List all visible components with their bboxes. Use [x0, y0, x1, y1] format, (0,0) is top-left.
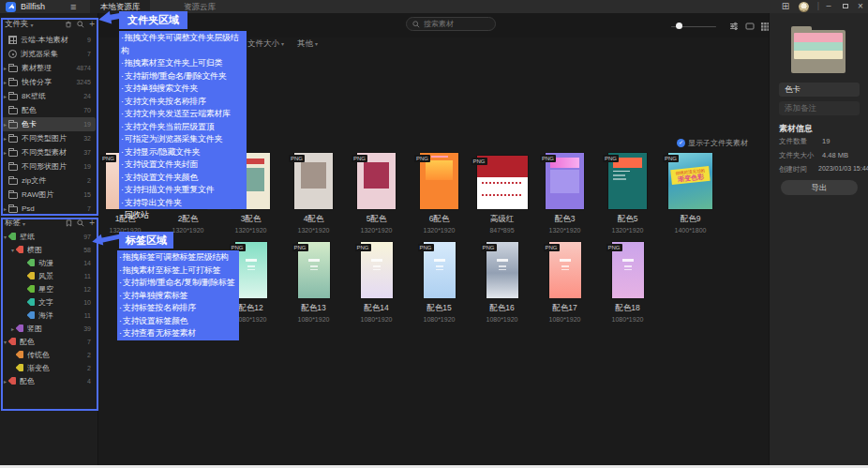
annotation-line: 支持扫描文件夹重复文件: [121, 184, 245, 197]
maximize-button[interactable]: [840, 0, 851, 13]
folder-icon: [8, 136, 18, 143]
asset-dimensions: 1080*1920: [486, 316, 518, 323]
user-avatar[interactable]: [799, 2, 809, 12]
folder-name: 素材整理: [22, 63, 73, 73]
asset-item[interactable]: PNG配色171080*1920: [533, 239, 596, 323]
folder-search-icon[interactable]: [77, 21, 84, 28]
info-row: 创建时间2023/01/03 15:44: [779, 165, 866, 174]
sidebar-item-tag[interactable]: ▸配色4: [2, 374, 96, 387]
annotation-line: 拖拽文件夹可调整文件夹层级结构: [121, 32, 245, 57]
export-button[interactable]: 导出: [781, 180, 858, 195]
asset-item[interactable]: PNG你绝对没见过的渐变色彩配色91400*1800: [659, 136, 722, 234]
sidebar-item-folder[interactable]: 配色70: [2, 103, 96, 117]
sidebar-item-folder[interactable]: ▸快传分享3245: [2, 75, 96, 89]
tag-icon: [16, 351, 23, 358]
sidebar-item-tag[interactable]: 风景11: [2, 269, 96, 282]
sidebar-item-folder[interactable]: ▸8K壁纸24: [2, 89, 96, 103]
sidebar-item-tag[interactable]: 文字10: [2, 295, 96, 309]
filter-file-size[interactable]: 文件大小▾: [247, 38, 284, 50]
text-mark: [624, 269, 632, 271]
info-row: 文件数量19: [779, 137, 866, 146]
sidebar: 文件夹▾ + 云端-本地素材9浏览器采集7▸素材整理4874▸快传分享3245▸…: [0, 13, 98, 465]
text-mark: [373, 265, 381, 267]
tag-count: 2: [87, 352, 91, 358]
sidebar-item-folder[interactable]: ▸素材整理4874: [2, 61, 96, 75]
sidebar-item-folder[interactable]: ▸不同类型素材37: [2, 145, 96, 159]
file-type-badge: PNG: [289, 155, 305, 162]
asset-item[interactable]: PNG配色141080*1920: [345, 239, 408, 323]
asset-item[interactable]: PNG配色131080*1920: [282, 239, 345, 323]
note-input[interactable]: 添加备注: [779, 101, 860, 115]
tag-area-title: 标签区域: [119, 232, 173, 249]
swatch-dots: [481, 193, 523, 198]
browser-collect-icon: [8, 50, 17, 58]
minimize-button[interactable]: –: [823, 0, 834, 13]
zoom-slider[interactable]: [671, 24, 716, 28]
sidebar-item-folder[interactable]: ▸不同类型图片32: [2, 131, 96, 145]
sidebar-item-tag[interactable]: 动漫14: [2, 256, 96, 269]
close-button[interactable]: ×: [855, 0, 866, 13]
folder-icon: [8, 122, 18, 128]
folder-icon: [8, 66, 18, 72]
filter-sliders-icon[interactable]: [729, 22, 739, 31]
asset-item[interactable]: PNG配色151080*1920: [408, 239, 471, 323]
sidebar-item-folder[interactable]: ▸Psd7: [2, 202, 96, 216]
caret-icon: ▸: [2, 378, 8, 385]
hamburger-menu-icon[interactable]: ≡: [70, 0, 76, 13]
sidebar-item-folder[interactable]: 浏览器采集7: [2, 47, 96, 61]
text-mark: [624, 265, 632, 267]
asset-item[interactable]: PNG5配色1320*1920: [345, 136, 408, 234]
asset-item[interactable]: PNG6配色1320*1920: [408, 136, 471, 234]
asset-name: 配色14: [364, 303, 388, 314]
folder-name: 不同类型素材: [22, 147, 81, 158]
folder-name-input[interactable]: 色卡: [779, 83, 860, 97]
layout-switch-icon[interactable]: ⊞: [780, 0, 791, 13]
text-mark: [497, 259, 508, 262]
sidebar-item-tag[interactable]: 海洋11: [2, 309, 96, 322]
caret-icon: ▾: [9, 247, 16, 253]
sidebar-item-folder[interactable]: zip文件2: [2, 174, 96, 188]
card-view-icon[interactable]: [745, 22, 755, 31]
tag-search-icon[interactable]: [77, 219, 84, 227]
asset-item[interactable]: PNG配色161080*1920: [471, 239, 533, 323]
caret-icon: ▸: [2, 149, 8, 156]
trash-icon[interactable]: [65, 21, 72, 28]
bookmark-icon[interactable]: [66, 219, 72, 227]
search-input[interactable]: 搜索素材: [406, 17, 496, 31]
asset-item[interactable]: PNG高级红847*895: [471, 136, 533, 234]
show-subfolder-toggle[interactable]: ✓ 显示子文件夹素材: [677, 138, 748, 148]
folder-name: 不同形状图片: [22, 161, 81, 172]
sidebar-item-tag[interactable]: ▸竖图39: [2, 322, 96, 335]
sidebar-item-folder[interactable]: 云端-本地素材9: [2, 33, 96, 47]
sidebar-item-folder[interactable]: RAW图片15: [2, 188, 96, 202]
asset-thumbnail: PNG: [294, 153, 333, 209]
search-icon: [412, 21, 420, 28]
tag-name: 壁纸: [20, 232, 81, 242]
text-mark: [436, 265, 443, 267]
sidebar-item-tag[interactable]: 渐变色2: [2, 361, 96, 374]
tag-icon: [27, 272, 35, 279]
asset-item[interactable]: PNG配色181080*1920: [596, 239, 659, 323]
sidebar-item-tag[interactable]: 传统色2: [2, 348, 96, 361]
folder-name: RAW图片: [22, 189, 81, 200]
tag-icon: [27, 298, 35, 306]
caret-icon: ▸: [2, 135, 8, 142]
folder-preview: [791, 26, 846, 73]
sidebar-item-tag[interactable]: 星空12: [2, 282, 96, 295]
asset-item[interactable]: PNG配色31320*1920: [533, 136, 596, 234]
app-title: Billfish: [21, 2, 45, 11]
add-folder-icon[interactable]: +: [89, 20, 95, 29]
file-type-badge: PNG: [355, 244, 371, 251]
sidebar-item-folder[interactable]: ▸色卡19: [2, 117, 96, 131]
swatch-dots: [481, 181, 523, 186]
sidebar-item-tag[interactable]: ▾横图58: [2, 243, 96, 256]
text-mark: [434, 259, 445, 262]
sidebar-item-folder[interactable]: 不同形状图片19: [2, 159, 96, 174]
tag-name: 配色: [20, 376, 84, 386]
asset-item[interactable]: PNG4配色1320*1920: [282, 136, 345, 234]
asset-item[interactable]: PNG配色51320*1920: [596, 136, 659, 234]
sidebar-item-tag[interactable]: ▾配色7: [2, 335, 96, 348]
sidebar-item-tag[interactable]: ▾壁纸97: [2, 230, 96, 243]
filter-other[interactable]: 其他▾: [297, 38, 318, 50]
check-circle-icon: ✓: [677, 139, 685, 147]
